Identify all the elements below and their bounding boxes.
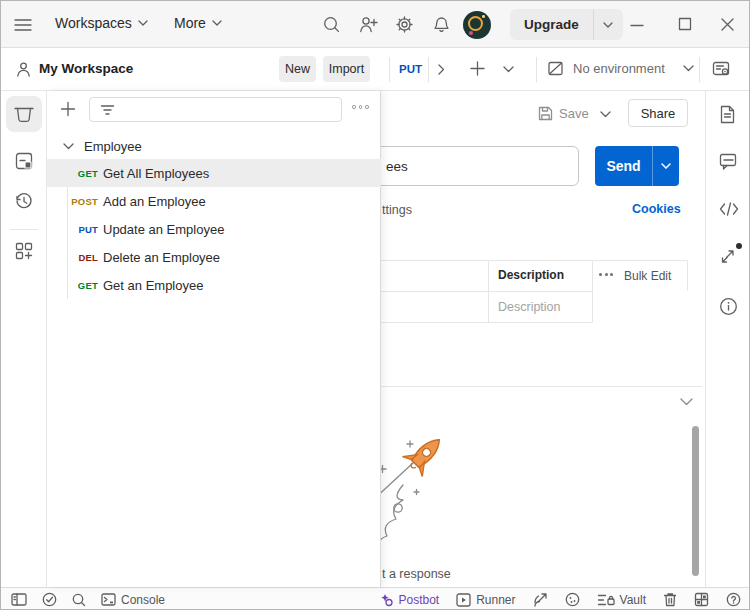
invite-button[interactable]	[359, 16, 378, 33]
table-border	[381, 322, 593, 323]
check-circle-icon	[42, 592, 57, 607]
help-icon	[726, 592, 741, 607]
method-badge: DEL	[47, 252, 103, 263]
find-button[interactable]	[72, 593, 86, 607]
sidebar-item-environments[interactable]	[6, 143, 42, 179]
plus-icon	[470, 61, 485, 76]
save-label: Save	[559, 106, 589, 121]
maximize-icon	[678, 17, 692, 31]
right-sidebar	[705, 91, 750, 587]
environment-quick-look-button[interactable]	[712, 60, 733, 78]
vault-label: Vault	[620, 593, 646, 607]
sidebar-configure-button[interactable]	[6, 233, 42, 269]
comments-button[interactable]	[719, 153, 738, 170]
documentation-button[interactable]	[719, 105, 736, 124]
sidebar-item-history[interactable]	[6, 183, 42, 219]
collections-panel-menu-button[interactable]	[352, 105, 369, 109]
runner-button[interactable]: Runner	[456, 593, 515, 607]
description-cell-placeholder[interactable]: Description	[498, 300, 561, 314]
window-minimize-button[interactable]	[630, 24, 644, 27]
request-item[interactable]: GET Get an Employee	[47, 271, 381, 299]
tab-scroll-right-button[interactable]	[438, 64, 445, 75]
search-icon	[323, 16, 340, 33]
response-scrollbar[interactable]	[692, 426, 699, 576]
main-menu-button[interactable]	[14, 18, 32, 32]
window-maximize-button[interactable]	[678, 17, 692, 31]
split-panel-button[interactable]	[694, 592, 709, 607]
upgrade-dropdown-button[interactable]	[593, 9, 623, 40]
request-item[interactable]: GET Get All Employees	[47, 159, 381, 187]
bulk-edit-button[interactable]: Bulk Edit	[624, 269, 671, 283]
request-item[interactable]: DEL Delete an Employee	[47, 243, 381, 271]
table-options-button[interactable]	[599, 273, 613, 276]
related-requests-button[interactable]	[719, 247, 737, 265]
send-button[interactable]: Send	[595, 146, 679, 186]
cookies-link[interactable]: Cookies	[632, 202, 681, 216]
chevron-down-icon	[680, 398, 693, 406]
environments-icon	[14, 151, 34, 171]
trash-icon	[663, 592, 677, 607]
section-divider	[381, 386, 702, 387]
divider	[699, 57, 700, 82]
toggle-sidebar-button[interactable]	[11, 593, 27, 606]
code-button[interactable]	[719, 201, 739, 217]
save-options-button[interactable]	[600, 111, 611, 118]
new-button[interactable]: New	[279, 56, 316, 82]
request-item[interactable]: PUT Update an Employee	[47, 215, 381, 243]
window-close-button[interactable]	[720, 17, 735, 32]
add-collection-button[interactable]	[60, 101, 76, 117]
user-avatar[interactable]	[463, 11, 491, 39]
help-button[interactable]	[726, 592, 741, 607]
chevron-down-icon	[661, 163, 671, 169]
response-collapse-button[interactable]	[680, 398, 693, 406]
topbar: Workspaces More Upgrade	[1, 1, 750, 48]
console-icon	[101, 593, 116, 606]
collections-filter-input[interactable]	[89, 97, 342, 122]
close-icon	[720, 17, 735, 32]
trash-button[interactable]	[663, 592, 677, 607]
capture-requests-button[interactable]	[533, 592, 548, 607]
sidebar-item-collections[interactable]	[6, 96, 42, 132]
divider	[536, 57, 537, 82]
save-button[interactable]: Save	[538, 106, 589, 121]
minimize-icon	[630, 24, 644, 27]
cookies-button[interactable]	[565, 592, 580, 607]
notifications-button[interactable]	[433, 16, 450, 33]
workspaces-menu[interactable]: Workspaces	[55, 15, 148, 31]
settings-tab-truncated[interactable]: ttings	[382, 203, 412, 217]
info-button[interactable]	[719, 297, 738, 316]
left-sidebar	[1, 91, 47, 587]
postbot-button[interactable]: Postbot	[379, 593, 439, 607]
avatar-dot	[482, 15, 485, 18]
chevron-right-icon	[438, 64, 445, 75]
console-button[interactable]: Console	[101, 593, 165, 607]
grid-plus-icon	[14, 241, 34, 261]
active-request-tab[interactable]: PUT	[399, 63, 422, 75]
new-tab-button[interactable]	[470, 61, 485, 76]
environment-selector[interactable]: No environment	[547, 60, 694, 77]
cookie-icon	[565, 592, 580, 607]
url-input[interactable]	[359, 146, 579, 186]
request-item[interactable]: POST Add an Employee	[47, 187, 381, 215]
collection-employee[interactable]: Employee	[47, 133, 381, 159]
tab-options-button[interactable]	[503, 66, 514, 73]
settings-button[interactable]	[396, 16, 413, 33]
workspace-title[interactable]: My Workspace	[39, 61, 133, 76]
capture-requests-icon	[533, 592, 548, 607]
checklist-button[interactable]	[42, 592, 57, 607]
share-button[interactable]: Share	[628, 99, 688, 127]
vault-button[interactable]: Vault	[597, 593, 646, 607]
search-button[interactable]	[323, 16, 340, 33]
table-border	[381, 260, 687, 261]
table-border	[592, 260, 593, 322]
status-bar: Console Postbot Runner Vault	[1, 587, 750, 610]
chevron-down-icon	[600, 111, 611, 118]
import-button[interactable]: Import	[323, 56, 370, 82]
upgrade-button[interactable]: Upgrade	[510, 9, 593, 40]
send-options-button[interactable]	[652, 146, 679, 186]
more-menu[interactable]: More	[174, 15, 222, 31]
add-user-icon	[359, 16, 378, 33]
request-label: Get an Employee	[103, 278, 203, 293]
pull-requests-icon	[719, 247, 737, 265]
collections-icon	[13, 104, 35, 124]
